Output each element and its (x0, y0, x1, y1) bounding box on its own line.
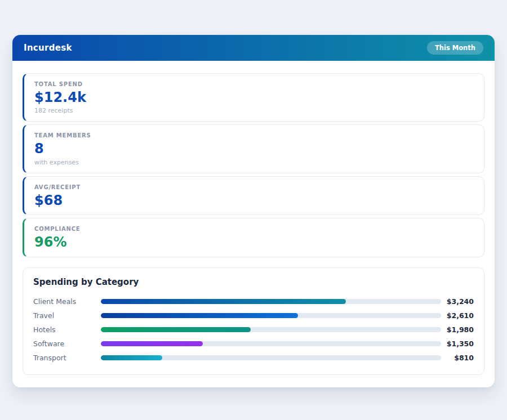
category-value: $3,240 (441, 297, 474, 306)
stat-subtext: 182 receipts (34, 107, 474, 114)
category-label: Hotels (33, 325, 101, 334)
bar-fill (101, 355, 162, 360)
dashboard-content: TOTAL SPEND $12.4k 182 receipts TEAM MEM… (12, 61, 495, 387)
stat-value: $68 (34, 193, 474, 208)
chart-title: Spending by Category (33, 277, 474, 287)
stat-label: AVG/RECEIPT (34, 184, 474, 190)
category-label: Client Meals (33, 297, 101, 306)
category-label: Transport (33, 354, 101, 362)
spending-chart-card: Spending by Category Client Meals $3,240… (23, 267, 484, 375)
bar-track (101, 299, 441, 304)
category-value: $2,610 (441, 311, 474, 320)
stat-card-avg-receipt: AVG/RECEIPT $68 (23, 176, 484, 215)
category-value: $1,980 (441, 325, 474, 334)
stat-label: TEAM MEMBERS (34, 132, 474, 138)
bar-track (101, 327, 441, 332)
app-title: Incurdesk (24, 43, 72, 53)
category-label: Software (33, 339, 101, 348)
chart-row-client-meals: Client Meals $3,240 (33, 294, 474, 309)
stat-label: TOTAL SPEND (34, 81, 474, 87)
stat-card-team-members: TEAM MEMBERS 8 with expenses (23, 124, 484, 173)
chart-row-transport: Transport $810 (33, 351, 474, 365)
chart-row-hotels: Hotels $1,980 (33, 323, 474, 337)
bar-fill (101, 299, 346, 304)
stat-value: $12.4k (34, 90, 474, 105)
stat-subtext: with expenses (34, 159, 474, 166)
app-header: Incurdesk This Month (12, 35, 495, 61)
stat-value: 8 (34, 141, 474, 156)
chart-row-software: Software $1,350 (33, 337, 474, 351)
category-value: $1,350 (441, 339, 474, 348)
dashboard-card: Incurdesk This Month TOTAL SPEND $12.4k … (12, 35, 495, 387)
bar-track (101, 341, 441, 346)
category-value: $810 (441, 354, 474, 362)
bar-fill (101, 341, 203, 346)
bar-fill (101, 327, 251, 332)
stat-card-compliance: COMPLIANCE 96% (23, 218, 484, 257)
category-label: Travel (33, 311, 101, 320)
chart-row-travel: Travel $2,610 (33, 309, 474, 323)
bar-track (101, 355, 441, 360)
bar-track (101, 313, 441, 318)
period-badge[interactable]: This Month (427, 41, 483, 55)
stat-value: 96% (34, 235, 474, 249)
chart-rows: Client Meals $3,240 Travel $2,610 Hotels… (33, 294, 474, 365)
bar-fill (101, 313, 298, 318)
stat-card-total-spend: TOTAL SPEND $12.4k 182 receipts (23, 73, 484, 122)
stats-list: TOTAL SPEND $12.4k 182 receipts TEAM MEM… (23, 73, 484, 257)
stat-label: COMPLIANCE (34, 226, 474, 232)
